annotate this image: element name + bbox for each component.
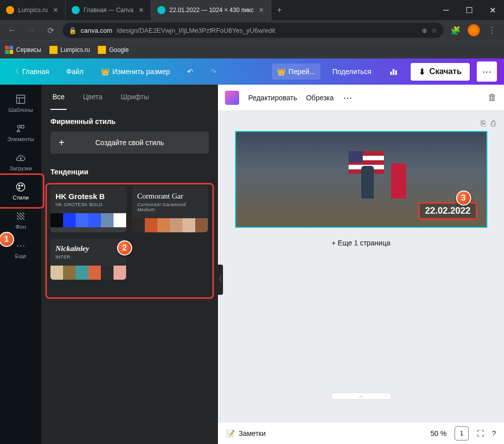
sidebar-item-elements[interactable]: Элементы	[0, 118, 41, 147]
canvas-workspace[interactable]: ⎘ ⎙ 22.02.2022 3 + Еще 1 страница ︿	[218, 111, 504, 422]
minimize-button[interactable]: ─	[434, 0, 458, 20]
date-text-element[interactable]: 22.02.2022	[418, 202, 477, 220]
sidebar-item-uploads[interactable]: Загрузки	[0, 147, 41, 176]
trash-icon[interactable]: 🗑	[488, 92, 497, 103]
extensions-icon[interactable]: 🧩	[449, 23, 463, 37]
star-icon[interactable]: ☆	[431, 27, 437, 34]
color-palette	[50, 213, 126, 227]
style-card[interactable]: Cormorant GarCormorant Garamond Medium	[132, 186, 208, 232]
sidebar-item-templates[interactable]: Шаблоны	[0, 89, 41, 118]
canva-app: 〈Главная Файл 👑Изменить размер ↶ ↷ 👑Пере…	[0, 58, 504, 444]
svg-rect-1	[393, 69, 394, 75]
style-card[interactable]: NickainleyINTER	[50, 238, 126, 280]
tab-title: 22.01.2022 — 1024 × 430 пикс	[170, 7, 254, 14]
browser-titlebar: Lumpics.ru ✕ Главная — Canva ✕ 22.01.202…	[0, 0, 504, 20]
svg-rect-2	[395, 71, 397, 75]
design-page[interactable]: 22.02.2022 3	[235, 131, 487, 228]
install-icon[interactable]: ⊕	[422, 27, 427, 34]
panel-tabs: Все Цвета Шрифты	[41, 85, 218, 110]
close-button[interactable]: ✕	[481, 0, 504, 20]
maximize-button[interactable]: ☐	[458, 0, 481, 20]
resize-button[interactable]: 👑Изменить размер	[96, 64, 175, 80]
new-tab-button[interactable]: +	[271, 0, 288, 20]
sidebar-item-styles[interactable]: Стили	[0, 176, 41, 206]
color-palette	[132, 218, 208, 232]
effects-icon[interactable]	[225, 91, 239, 105]
file-menu[interactable]: Файл	[61, 64, 88, 80]
palette-icon	[15, 181, 26, 193]
scene-figure	[361, 166, 374, 199]
trends-section: Тенденции	[41, 161, 218, 186]
app-main: Шаблоны Элементы Загрузки Стили Фон ⋯Еще…	[0, 85, 504, 444]
more-options[interactable]: ⋯	[343, 92, 352, 103]
window-controls: ─ ☐ ✕	[434, 0, 504, 20]
color-palette	[50, 266, 126, 280]
back-button[interactable]: ←	[5, 23, 19, 37]
page-indicator[interactable]: 1	[455, 426, 469, 440]
url-input[interactable]: 🔒 canva.com/design/DAE2EVwjn_l/IjLMe3Pzf…	[63, 23, 443, 38]
address-bar: ← → ⟳ 🔒 canva.com/design/DAE2EVwjn_l/IjL…	[0, 20, 504, 40]
fullscreen-icon[interactable]: ⛶	[477, 429, 484, 437]
bookmark-item[interactable]: Сервисы	[5, 46, 41, 54]
tab-title: Главная — Canva	[84, 7, 134, 14]
download-button[interactable]: ⬇Скачать	[411, 63, 470, 81]
close-icon[interactable]: ✕	[138, 7, 145, 14]
close-icon[interactable]: ✕	[52, 7, 59, 14]
svg-rect-0	[390, 72, 391, 75]
style-cards: HK Grotesk BHK GROTESK BOLD Cormorant Ga…	[41, 186, 218, 280]
browser-tab[interactable]: Главная — Canva ✕	[66, 0, 151, 20]
style-card[interactable]: HK Grotesk BHK GROTESK BOLD	[50, 186, 126, 232]
bookmark-item[interactable]: Lumpics.ru	[49, 46, 90, 54]
notes-button[interactable]: 📝 Заметки	[226, 429, 266, 437]
bookmarks-bar: Сервисы Lumpics.ru Google	[0, 40, 504, 58]
notes-icon: 📝	[226, 429, 235, 437]
help-icon[interactable]: ?	[492, 429, 496, 437]
tab-all[interactable]: Все	[50, 85, 67, 110]
svg-point-7	[19, 185, 20, 186]
edit-image-button[interactable]: Редактировать	[248, 94, 297, 102]
create-style-button[interactable]: + Создайте свой стиль	[50, 132, 209, 154]
home-button[interactable]: 〈Главная	[7, 63, 54, 80]
url-path: /design/DAE2EVwjn_l/IjLMe3PzfRFoU6Yes_yU…	[117, 27, 275, 34]
close-icon[interactable]: ✕	[258, 7, 265, 14]
browser-tab-active[interactable]: 22.01.2022 — 1024 × 430 пикс ✕	[151, 0, 271, 20]
browser-tabs: Lumpics.ru ✕ Главная — Canva ✕ 22.01.202…	[0, 0, 434, 20]
zoom-value[interactable]: 50 %	[430, 429, 446, 437]
add-page-icon[interactable]: ⎙	[491, 119, 496, 128]
sidebar-item-background[interactable]: Фон	[0, 206, 41, 235]
crown-icon: 👑	[101, 68, 109, 76]
svg-rect-5	[21, 125, 24, 129]
svg-point-9	[19, 187, 20, 189]
bookmark-item[interactable]: Google	[98, 46, 129, 54]
undo-button[interactable]: ↶	[182, 64, 198, 80]
reload-button[interactable]: ⟳	[43, 23, 58, 37]
browser-tab[interactable]: Lumpics.ru ✕	[0, 0, 66, 20]
tab-colors[interactable]: Цвета	[81, 85, 104, 110]
redo-button[interactable]: ↷	[205, 64, 221, 80]
plus-icon: +	[50, 137, 73, 149]
tab-fonts[interactable]: Шрифты	[119, 85, 151, 110]
crop-button[interactable]: Обрезка	[306, 94, 334, 102]
share-button[interactable]: Поделиться	[327, 64, 376, 80]
lock-icon: 🔒	[69, 27, 77, 34]
upgrade-button[interactable]: 👑Перей...	[272, 64, 320, 80]
chart-icon	[388, 67, 399, 77]
download-icon: ⬇	[419, 67, 425, 77]
profile-avatar[interactable]	[468, 24, 480, 36]
add-page-button[interactable]: + Еще 1 страница	[331, 239, 390, 247]
duplicate-icon[interactable]: ⎘	[481, 119, 486, 128]
elements-icon	[15, 123, 26, 134]
svg-point-4	[18, 125, 21, 129]
favicon	[72, 6, 80, 14]
menu-icon[interactable]: ⋮	[485, 23, 499, 37]
canvas-toolbar: Редактировать Обрезка ⋯ 🗑	[218, 85, 504, 111]
scroll-handle[interactable]: ︿	[331, 393, 391, 400]
annotation-marker-3: 3	[456, 191, 471, 206]
crown-icon: 👑	[277, 68, 286, 76]
insights-button[interactable]	[383, 62, 404, 81]
app-topbar: 〈Главная Файл 👑Изменить размер ↶ ↷ 👑Пере…	[0, 58, 504, 85]
more-button[interactable]: ⋯	[477, 61, 497, 82]
favicon	[157, 6, 165, 14]
tab-title: Lumpics.ru	[18, 7, 48, 14]
forward-button[interactable]: →	[24, 23, 38, 37]
